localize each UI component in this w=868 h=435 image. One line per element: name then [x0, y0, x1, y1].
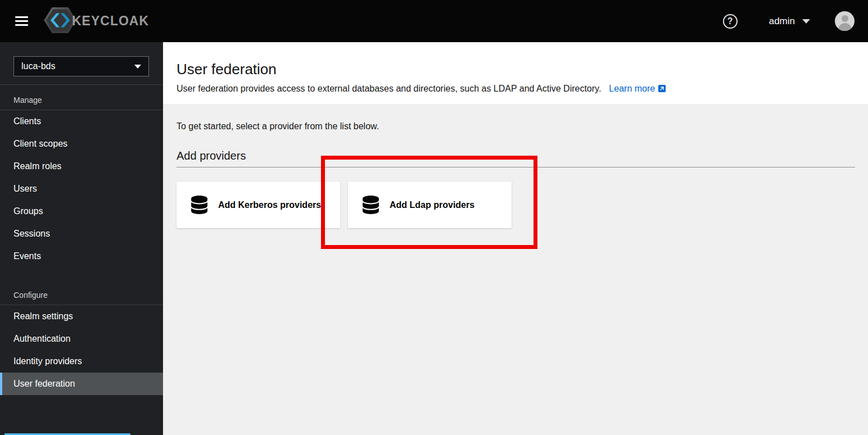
realm-selector[interactable]: luca-bds	[13, 56, 149, 76]
masthead: KEYCLOAK ? admin	[0, 0, 868, 42]
page-description: User federation provides access to exter…	[177, 84, 601, 93]
page-header: User federation User federation provides…	[163, 42, 868, 104]
sidebar-item-realm-roles[interactable]: Realm roles	[0, 155, 163, 178]
help-icon[interactable]: ?	[723, 14, 738, 29]
username-label: admin	[769, 16, 795, 27]
nav-section-title: Configure	[0, 280, 163, 305]
sidebar-item-sessions[interactable]: Sessions	[0, 223, 163, 245]
realm-selector-block: luca-bds	[0, 42, 163, 85]
nav-section-manage: Manage Clients Client scopes Realm roles…	[0, 85, 163, 268]
sidebar-item-identity-providers[interactable]: Identity providers	[0, 350, 163, 373]
sidebar-item-realm-settings[interactable]: Realm settings	[0, 305, 163, 328]
add-ldap-providers-card[interactable]: Add Ldap providers	[348, 182, 512, 228]
sidebar-item-events[interactable]: Events	[0, 245, 163, 268]
intro-text: To get started, select a provider from t…	[177, 121, 855, 132]
learn-more-link[interactable]: Learn more	[609, 84, 666, 93]
realm-name: luca-bds	[21, 61, 55, 71]
provider-card-label: Add Ldap providers	[390, 200, 474, 210]
database-icon	[191, 196, 207, 214]
provider-card-label: Add Kerberos providers	[218, 200, 321, 210]
avatar[interactable]	[835, 11, 855, 31]
sidebar-item-client-scopes[interactable]: Client scopes	[0, 133, 163, 155]
chevron-down-icon	[134, 65, 141, 69]
add-providers-heading: Add providers	[177, 149, 855, 162]
nav-section-configure: Configure Realm settings Authentication …	[0, 280, 163, 395]
sidebar-item-authentication[interactable]: Authentication	[0, 328, 163, 350]
section-divider	[177, 167, 855, 167]
brand-text: KEYCLOAK	[72, 13, 149, 29]
sidebar-item-user-federation[interactable]: User federation	[0, 373, 163, 395]
nav-section-title: Manage	[0, 85, 163, 110]
sidebar-item-users[interactable]: Users	[0, 178, 163, 200]
sidebar-item-groups[interactable]: Groups	[0, 200, 163, 223]
sidebar-item-clients[interactable]: Clients	[0, 110, 163, 133]
hamburger-menu-icon[interactable]	[15, 14, 28, 28]
add-kerberos-providers-card[interactable]: Add Kerberos providers	[177, 182, 340, 228]
page-title: User federation	[177, 61, 855, 78]
database-icon	[363, 196, 379, 214]
external-link-icon	[658, 84, 666, 93]
chevron-down-icon	[802, 19, 810, 24]
sidebar: luca-bds Manage Clients Client scopes Re…	[0, 42, 163, 435]
keycloak-logo[interactable]: KEYCLOAK	[44, 6, 149, 37]
user-menu[interactable]: admin	[769, 16, 810, 27]
main-content: To get started, select a provider from t…	[163, 104, 868, 435]
